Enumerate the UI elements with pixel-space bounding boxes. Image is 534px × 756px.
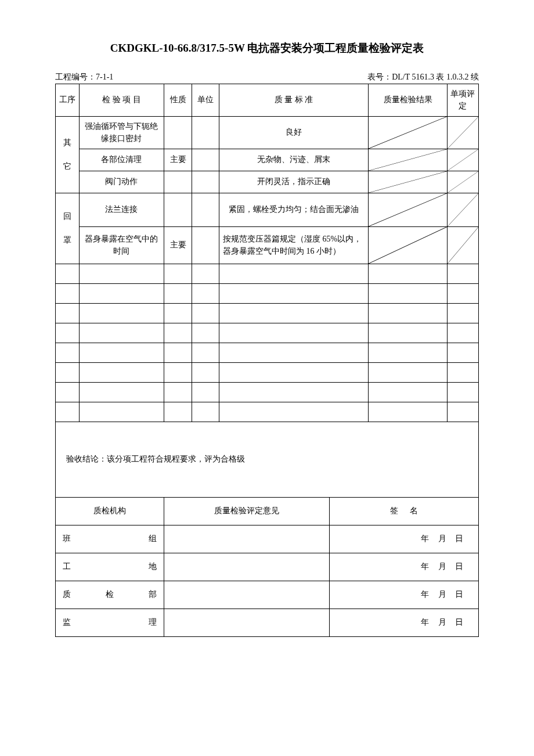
item-cell: 各部位清理	[79, 149, 164, 171]
footer-row: 班 组 年 月 日	[56, 525, 479, 553]
table-row: 各部位清理 主要 无杂物、污迹、屑末	[56, 149, 479, 171]
footer-opinion-cell	[164, 553, 329, 581]
nature-cell	[164, 117, 192, 149]
svg-line-5	[448, 171, 478, 193]
table-row	[56, 363, 479, 383]
section-name: 回 罩	[56, 193, 80, 264]
nature-cell: 主要	[164, 149, 192, 171]
section-name: 其 它	[56, 117, 80, 193]
table-row	[56, 343, 479, 363]
standard-cell: 良好	[219, 117, 369, 149]
svg-line-9	[448, 227, 478, 264]
form-number: 表号：DL/T 5161.3 表 1.0.3.2 续	[309, 72, 479, 82]
result-cell	[369, 117, 447, 149]
table-row	[56, 304, 479, 323]
table-row	[56, 402, 479, 422]
table-row	[56, 284, 479, 304]
footer-date: 年 月 日	[329, 581, 478, 609]
unit-cell	[192, 193, 219, 227]
standard-cell: 无杂物、污迹、屑末	[219, 149, 369, 171]
hdr-seq: 工序	[56, 84, 80, 117]
footer-header-row: 质检机构 质量检验评定意见 签名	[56, 498, 479, 525]
hdr-result: 质量检验结果	[369, 84, 447, 117]
eval-cell	[447, 227, 478, 264]
footer-role: 班 组	[56, 525, 164, 553]
standard-cell: 按规范变压器篇规定（湿度 65%以内，器身暴露空气中时间为 16 小时）	[219, 227, 369, 264]
footer-date: 年 月 日	[329, 609, 478, 637]
standard-cell: 开闭灵活，指示正确	[219, 171, 369, 193]
item-cell: 强油循环管与下轭绝缘接口密封	[79, 117, 164, 149]
eval-cell	[447, 117, 478, 149]
result-cell	[369, 227, 447, 264]
table-row	[56, 264, 479, 284]
inspection-table: 工序 检 验 项 目 性质 单位 质 量 标 准 质量检验结果 单项评定 其 它…	[55, 84, 479, 637]
item-cell: 器身暴露在空气中的时间	[79, 227, 164, 264]
table-header-row: 工序 检 验 项 目 性质 单位 质 量 标 准 质量检验结果 单项评定	[56, 84, 479, 117]
svg-line-0	[369, 117, 446, 149]
footer-opinion-header: 质量检验评定意见	[164, 498, 329, 525]
hdr-item: 检 验 项 目	[79, 84, 164, 117]
hdr-standard: 质 量 标 准	[219, 84, 369, 117]
hdr-nature: 性质	[164, 84, 192, 117]
footer-date: 年 月 日	[329, 553, 478, 581]
table-row	[56, 383, 479, 402]
table-row: 回 罩 法兰连接 紧固，螺栓受力均匀；结合面无渗油	[56, 193, 479, 227]
conclusion-row: 验收结论：该分项工程符合规程要求，评为合格级	[56, 422, 479, 498]
document-title: CKDGKL-10-66.8/317.5-5W 电抗器安装分项工程质量检验评定表	[55, 41, 479, 56]
footer-role: 质 检 部	[56, 581, 164, 609]
project-number: 工程编号：7-1-1	[55, 72, 225, 82]
eval-cell	[447, 149, 478, 171]
meta-mid	[225, 72, 309, 82]
svg-line-8	[369, 227, 446, 264]
table-row: 阀门动作 开闭灵活，指示正确	[56, 171, 479, 193]
table-row: 其 它 强油循环管与下轭绝缘接口密封 良好	[56, 117, 479, 149]
footer-date: 年 月 日	[329, 525, 478, 553]
svg-line-6	[369, 193, 446, 226]
svg-line-3	[448, 149, 478, 171]
nature-cell	[164, 193, 192, 227]
footer-org-header: 质检机构	[56, 498, 164, 525]
unit-cell	[192, 117, 219, 149]
footer-row: 质 检 部 年 月 日	[56, 581, 479, 609]
result-cell	[369, 193, 447, 227]
unit-cell	[192, 227, 219, 264]
unit-cell	[192, 149, 219, 171]
footer-sign-header: 签名	[329, 498, 478, 525]
eval-cell	[447, 193, 478, 227]
table-row	[56, 323, 479, 343]
nature-cell: 主要	[164, 227, 192, 264]
item-cell: 法兰连接	[79, 193, 164, 227]
svg-line-2	[369, 149, 446, 171]
footer-role: 工 地	[56, 553, 164, 581]
svg-line-1	[448, 117, 478, 149]
svg-line-4	[369, 171, 446, 193]
result-cell	[369, 149, 447, 171]
meta-row: 工程编号：7-1-1 表号：DL/T 5161.3 表 1.0.3.2 续	[55, 72, 479, 82]
item-cell: 阀门动作	[79, 171, 164, 193]
footer-row: 工 地 年 月 日	[56, 553, 479, 581]
footer-row: 监 理 年 月 日	[56, 609, 479, 637]
table-row: 器身暴露在空气中的时间 主要 按规范变压器篇规定（湿度 65%以内，器身暴露空气…	[56, 227, 479, 264]
standard-cell: 紧固，螺栓受力均匀；结合面无渗油	[219, 193, 369, 227]
unit-cell	[192, 171, 219, 193]
footer-opinion-cell	[164, 609, 329, 637]
footer-opinion-cell	[164, 525, 329, 553]
svg-line-7	[448, 193, 478, 226]
hdr-eval: 单项评定	[447, 84, 478, 117]
conclusion-text: 验收结论：该分项工程符合规程要求，评为合格级	[56, 422, 479, 498]
nature-cell	[164, 171, 192, 193]
result-cell	[369, 171, 447, 193]
footer-role: 监 理	[56, 609, 164, 637]
hdr-unit: 单位	[192, 84, 219, 117]
footer-opinion-cell	[164, 581, 329, 609]
eval-cell	[447, 171, 478, 193]
